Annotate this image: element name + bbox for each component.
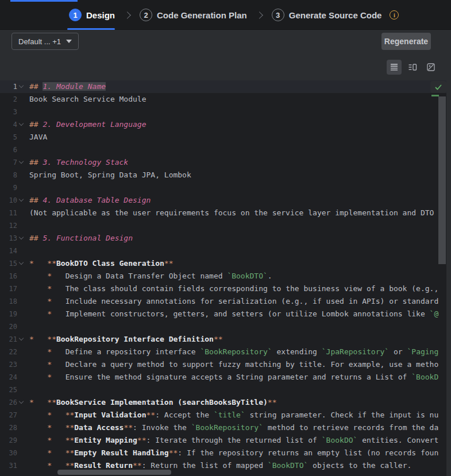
code-line[interactable]: 14 <box>0 245 446 257</box>
code-line[interactable]: 10## 4. Database Table Design <box>0 194 446 207</box>
code-line[interactable]: 25 <box>0 384 446 396</box>
code-line[interactable]: 29 * **Entity Mapping**: Iterate through… <box>0 434 446 447</box>
code-segment: ## <box>29 120 43 129</box>
code-line[interactable]: 15* **BookDTO Class Generation** <box>0 257 446 270</box>
code-line[interactable]: 26* **BookService Implementation (search… <box>0 396 446 409</box>
code-segment: 5. Functional Design <box>43 234 133 242</box>
line-number: 17 <box>0 282 17 295</box>
code-line[interactable]: 13## 5. Functional Design <box>0 232 446 245</box>
code-line[interactable]: 22 * Define a repository interface `Book… <box>0 346 446 358</box>
fold-toggle[interactable] <box>17 335 26 344</box>
code-text[interactable]: * **Input Validation**: Accept the `titl… <box>26 409 446 421</box>
fold-toggle[interactable] <box>17 196 26 205</box>
code-line[interactable]: 1## 1. Module Name <box>0 80 446 93</box>
code-line[interactable]: 20 <box>0 320 446 333</box>
code-text[interactable]: ## 4. Database Table Design <box>26 194 446 207</box>
code-segment: : If the repository returns an empty lis… <box>178 448 438 457</box>
code-line[interactable]: 16 * Design a Data Transfer Object named… <box>0 270 446 282</box>
code-text[interactable]: * The class should contain fields corres… <box>26 282 446 295</box>
code-line[interactable]: 17 * The class should contain fields cor… <box>0 282 446 295</box>
fold-toggle[interactable] <box>17 82 26 91</box>
code-line[interactable]: 28 * **Data Access**: Invoke the `BookRe… <box>0 421 446 434</box>
code-text[interactable]: * Define a repository interface `BookRep… <box>26 346 446 358</box>
regenerate-button[interactable]: Regenerate <box>381 33 431 50</box>
code-segment: Entity Mapping <box>74 436 137 444</box>
code-line[interactable]: 4## 2. Development Language <box>0 118 446 131</box>
info-icon[interactable]: i <box>390 10 399 20</box>
code-line[interactable]: 19 * Implement constructors, getters, an… <box>0 308 446 320</box>
code-segment: BookService Implementation (searchBooksB… <box>56 398 268 407</box>
code-editor[interactable]: 1## 1. Module Name2Book Search Service M… <box>0 80 446 476</box>
code-text[interactable]: * Design a Data Transfer Object named `B… <box>26 270 446 282</box>
code-line[interactable]: 18 * Include necessary annotations for s… <box>0 295 446 308</box>
code-text[interactable]: (Not applicable as the user requirements… <box>26 207 446 219</box>
code-line[interactable]: 9 <box>0 181 446 194</box>
code-segment: ## <box>29 196 43 204</box>
code-text[interactable]: * Declare a query method to support fuzz… <box>26 358 446 371</box>
line-number: 19 <box>0 308 17 320</box>
code-text[interactable]: JAVA <box>26 131 446 144</box>
code-text[interactable]: * **BookDTO Class Generation** <box>26 257 446 270</box>
line-number: 28 <box>0 421 17 434</box>
line-gutter: 10 <box>0 194 26 207</box>
code-line[interactable]: 2Book Search Service Module <box>0 93 446 106</box>
code-line[interactable]: 12 <box>0 219 446 232</box>
code-line[interactable]: 11(Not applicable as the user requiremen… <box>0 207 446 219</box>
fold-toggle[interactable] <box>17 120 26 129</box>
code-text[interactable]: ## 3. Technology Stack <box>26 156 446 169</box>
fold-toggle[interactable] <box>17 398 26 407</box>
code-line[interactable]: 8Spring Boot, Spring Data JPA, Lombok <box>0 169 446 181</box>
code-text[interactable]: ## 5. Functional Design <box>26 232 446 245</box>
line-gutter: 16 <box>0 270 26 282</box>
code-text[interactable]: * Ensure the method signature accepts a … <box>26 371 446 384</box>
code-text[interactable]: * **BookService Implementation (searchBo… <box>26 396 446 409</box>
code-text[interactable]: * **Data Access**: Invoke the `BookRepos… <box>26 421 446 434</box>
code-line[interactable]: 5JAVA <box>0 131 446 144</box>
line-number: 9 <box>0 181 17 194</box>
template-dropdown[interactable]: Default ... +1 <box>11 33 79 50</box>
code-line[interactable]: 7## 3. Technology Stack <box>0 156 446 169</box>
code-text[interactable]: * **BookRepository Interface Definition*… <box>26 333 446 346</box>
step-code-generation-plan[interactable]: 2 Code Generation Plan <box>140 9 247 21</box>
code-text[interactable]: * **Entity Mapping**: Iterate through th… <box>26 434 446 447</box>
active-tab-accent <box>10 0 78 2</box>
inspection-ok-widget[interactable] <box>430 81 446 93</box>
code-text[interactable]: * **Empty Result Handling**: If the repo… <box>26 447 446 459</box>
code-line[interactable]: 27 * **Input Validation**: Accept the `t… <box>0 409 446 421</box>
code-segment: `BookD <box>411 373 438 381</box>
code-line[interactable]: 23 * Declare a query method to support f… <box>0 358 446 371</box>
code-segment: BookRepository Interface Definition <box>56 335 214 343</box>
code-line[interactable]: 3 <box>0 106 446 118</box>
code-segment: * <box>47 347 65 356</box>
code-text[interactable]: ## 2. Development Language <box>26 118 446 131</box>
step-generate-source-code[interactable]: 3 Generate Source Code i <box>272 9 399 21</box>
code-segment: Empty Result Handling <box>74 448 168 457</box>
step-design[interactable]: 1 Design <box>69 9 115 21</box>
fold-spacer <box>17 183 26 192</box>
fold-spacer <box>17 360 26 369</box>
code-text[interactable]: Book Search Service Module <box>26 93 446 106</box>
vertical-scrollbar-thumb[interactable] <box>438 96 446 264</box>
code-text[interactable]: * Include necessary annotations for seri… <box>26 295 446 308</box>
code-line[interactable]: 21* **BookRepository Interface Definitio… <box>0 333 446 346</box>
outline-view-button[interactable] <box>405 60 420 75</box>
code-segment: extending <box>272 347 322 356</box>
code-line[interactable]: 30 * **Empty Result Handling**: If the r… <box>0 447 446 459</box>
fold-toggle[interactable] <box>17 158 26 167</box>
line-gutter: 23 <box>0 358 26 371</box>
fold-toggle[interactable] <box>17 234 26 243</box>
code-line[interactable]: 6 <box>0 144 446 156</box>
fold-toggle[interactable] <box>17 259 26 268</box>
line-gutter: 26 <box>0 396 26 409</box>
code-text[interactable]: ## 1. Module Name <box>26 80 446 93</box>
code-line[interactable]: 24 * Ensure the method signature accepts… <box>0 371 446 384</box>
line-gutter: 14 <box>0 245 26 257</box>
horizontal-scrollbar-thumb[interactable] <box>57 470 171 475</box>
image-view-button[interactable] <box>423 60 438 75</box>
code-text[interactable]: * Implement constructors, getters, and s… <box>26 308 446 320</box>
code-segment: JAVA <box>29 133 47 141</box>
text-view-button[interactable] <box>387 60 402 75</box>
line-number: 31 <box>0 459 17 472</box>
step-number-badge: 3 <box>272 9 284 21</box>
code-text[interactable]: Spring Boot, Spring Data JPA, Lombok <box>26 169 446 181</box>
